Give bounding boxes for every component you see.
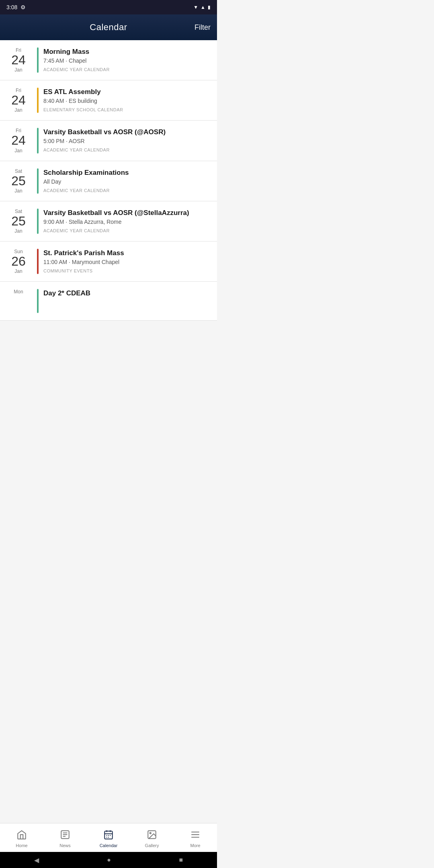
event-calendar: ACADEMIC YEAR CALENDAR [43,188,211,193]
event-calendar: COMMUNITY EVENTS [43,268,211,273]
day-num: 25 [6,214,31,228]
event-calendar: ELEMENTARY SCHOOL CALENDAR [43,107,211,112]
event-date: Fri 24 Jan [6,88,31,113]
event-item[interactable]: Fri 24 Jan Varsity Basketball vs AOSR (@… [0,121,217,161]
event-bar [37,209,39,234]
day-name: Fri [6,88,31,93]
event-date: Sat 25 Jan [6,209,31,234]
event-title: Morning Mass [43,47,211,56]
day-num: 26 [6,254,31,268]
event-item[interactable]: Sun 26 Jan St. Patrick's Parish Mass 11:… [0,242,217,282]
event-content: Varsity Basketball vs AOSR (@AOSR) 5:00 … [43,128,211,152]
event-item[interactable]: Fri 24 Jan ES ATL Assembly 8:40 AM · ES … [0,80,217,121]
month: Jan [6,228,31,234]
status-left: 3:08 ⚙ [6,4,26,10]
status-right: ▼ ▲ ▮ [193,4,211,10]
event-bar [37,128,39,153]
event-title: Varsity Basketball vs AOSR (@StellaAzzur… [43,209,211,217]
event-date: Sun 26 Jan [6,249,31,274]
event-item[interactable]: Sat 25 Jan Varsity Basketball vs AOSR (@… [0,201,217,242]
wifi-icon: ▼ [193,4,198,10]
day-name: Fri [6,128,31,133]
day-num: 24 [6,133,31,147]
event-item[interactable]: Mon Day 2* CDEAB [0,282,217,321]
event-content: ES ATL Assembly 8:40 AM · ES building EL… [43,88,211,112]
event-title: Varsity Basketball vs AOSR (@AOSR) [43,128,211,137]
filter-button[interactable]: Filter [194,23,211,32]
status-bar: 3:08 ⚙ ▼ ▲ ▮ [0,0,217,14]
month: Jan [6,107,31,113]
event-content: Varsity Basketball vs AOSR (@StellaAzzur… [43,209,211,233]
event-date: Sat 25 Jan [6,168,31,194]
event-bar [37,289,39,313]
app-header: Calendar Filter [0,14,217,40]
month: Jan [6,148,31,154]
event-calendar: ACADEMIC YEAR CALENDAR [43,147,211,152]
day-name: Mon [6,289,31,295]
event-bar [37,88,39,113]
day-name: Sat [6,209,31,214]
day-name: Sun [6,249,31,254]
event-title: St. Patrick's Parish Mass [43,249,211,258]
month: Jan [6,268,31,274]
event-calendar: ACADEMIC YEAR CALENDAR [43,228,211,233]
day-num: 24 [6,53,31,67]
day-name: Sat [6,168,31,174]
event-calendar: ACADEMIC YEAR CALENDAR [43,67,211,72]
battery-icon: ▮ [208,4,211,10]
month: Jan [6,67,31,73]
day-name: Fri [6,47,31,53]
event-time-loc: 9:00 AM · Stella Azzurra, Rome [43,219,211,225]
event-date: Fri 24 Jan [6,47,31,73]
event-date: Mon [6,289,31,295]
event-content: St. Patrick's Parish Mass 11:00 AM · Mar… [43,249,211,273]
event-bar [37,249,39,274]
settings-icon: ⚙ [20,4,26,10]
event-bar [37,47,39,73]
event-item[interactable]: Fri 24 Jan Morning Mass 7:45 AM · Chapel… [0,40,217,80]
event-content: Day 2* CDEAB [43,289,211,299]
event-time-loc: 7:45 AM · Chapel [43,57,211,64]
event-item[interactable]: Sat 25 Jan Scholarship Examinations All … [0,161,217,201]
signal-icon: ▲ [201,4,205,10]
event-time-loc: 11:00 AM · Marymount Chapel [43,259,211,265]
event-title: ES ATL Assembly [43,88,211,96]
header-title: Calendar [90,22,127,33]
calendar-list: Fri 24 Jan Morning Mass 7:45 AM · Chapel… [0,40,217,321]
event-bar [37,168,39,194]
event-content: Scholarship Examinations All Day ACADEMI… [43,168,211,193]
day-num: 24 [6,93,31,107]
event-time-loc: 5:00 PM · AOSR [43,138,211,144]
event-time-loc: All Day [43,178,211,185]
event-content: Morning Mass 7:45 AM · Chapel ACADEMIC Y… [43,47,211,72]
event-time-loc: 8:40 AM · ES building [43,98,211,104]
day-num: 25 [6,174,31,188]
event-title: Day 2* CDEAB [43,289,211,298]
event-date: Fri 24 Jan [6,128,31,153]
month: Jan [6,188,31,194]
event-title: Scholarship Examinations [43,168,211,177]
status-time: 3:08 [6,4,17,10]
